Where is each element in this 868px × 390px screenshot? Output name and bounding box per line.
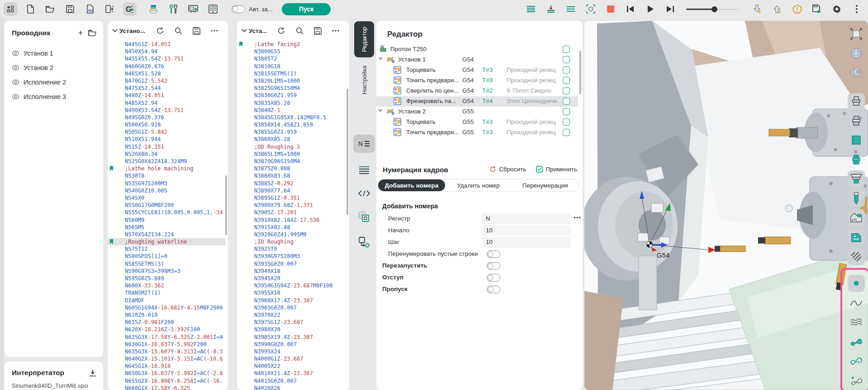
gcode-line[interactable]: N515Z-14.351: [108, 143, 225, 150]
gcode-line[interactable]: N580SPOS[1]=0: [108, 253, 225, 260]
gcode-line[interactable]: N485X52.94: [108, 99, 225, 107]
gcode-line[interactable]: N3945X20: [237, 275, 346, 282]
gcode-line[interactable]: N3820LIMS=1000: [237, 77, 346, 85]
gcode-line[interactable]: N3855G0Z1.959: [237, 128, 346, 136]
explorer-item[interactable]: Установ 1: [5, 46, 103, 61]
gcode-line[interactable]: N3950G1G94Z-23.687M8F100: [237, 282, 346, 289]
gcode-line[interactable]: N445G1Z-14.051: [108, 41, 225, 48]
step-forward-button[interactable]: [664, 2, 677, 16]
gcode-line[interactable]: ;Lathe hole machining: [108, 165, 225, 172]
gcode-line[interactable]: N3870G96S150M4: [237, 158, 346, 165]
gcode-line[interactable]: N565M5: [108, 224, 225, 231]
toggle-switch[interactable]: [487, 262, 500, 270]
tool-icon[interactable]: [848, 190, 865, 207]
surface-flag-icon[interactable]: [848, 352, 865, 370]
gcode-line[interactable]: N520X80.34: [108, 150, 225, 158]
numbering-tab[interactable]: Удалить номер: [445, 179, 512, 191]
gcode-line[interactable]: N3960X17.4Z-23.387: [237, 297, 346, 304]
row-checkbox[interactable]: [563, 46, 570, 53]
row-checkbox[interactable]: [563, 129, 570, 136]
row-checkbox[interactable]: [563, 66, 570, 74]
field-input[interactable]: N: [481, 213, 571, 224]
nc-lines-icon[interactable]: [353, 161, 375, 179]
gcode-line[interactable]: N3875Z0.008: [237, 165, 346, 172]
open-folder-icon[interactable]: [88, 29, 97, 37]
gcode-line[interactable]: N550G17G0M8F200: [108, 202, 225, 209]
gcode-line[interactable]: N4010X21.4Z-23.387: [237, 370, 346, 377]
gcode-line[interactable]: N560M9: [108, 216, 225, 224]
tree-row-operation[interactable]: GФрезеровать па...G54T#42mm Цилиндриче..…: [376, 96, 578, 107]
row-checkbox[interactable]: [563, 87, 570, 94]
gcode-line[interactable]: N3980X20: [237, 326, 346, 333]
gcode-line[interactable]: N3985X19.4Z-23.387: [237, 334, 346, 341]
gcode-line[interactable]: N595G0Z5.849: [108, 275, 225, 282]
tab-settings[interactable]: Настройка: [354, 61, 374, 99]
gcode-line[interactable]: N545X0: [108, 194, 225, 202]
gcode-line[interactable]: N525G0X42Z418.324M9: [108, 158, 225, 165]
gcode-line[interactable]: N3975G1Z-23.687: [237, 319, 346, 326]
chevron-down-icon[interactable]: [242, 29, 247, 33]
eye-icon[interactable]: [12, 94, 19, 100]
gcode-line[interactable]: N500X50.928: [108, 121, 225, 128]
save-icon[interactable]: [63, 2, 77, 16]
gcode-line[interactable]: N4000G1Z-23.687: [237, 355, 346, 362]
toolpath-curve-icon[interactable]: [848, 294, 865, 311]
toggle-switch[interactable]: [487, 250, 500, 258]
code-view-icon[interactable]: [353, 184, 375, 202]
more-menu-icon[interactable]: [327, 30, 345, 32]
gcode-line[interactable]: N3835X85.28: [237, 99, 346, 107]
row-checkbox[interactable]: [563, 118, 570, 126]
gcode-line[interactable]: N3850X14.458Z1.659: [237, 121, 346, 128]
gcode-line[interactable]: N3930G97S200M3: [237, 253, 346, 260]
stop-button[interactable]: [604, 2, 617, 16]
more-options-button[interactable]: •••: [574, 214, 581, 221]
gcode-line[interactable]: N450X54.94: [108, 48, 225, 55]
field-input[interactable]: 10: [481, 225, 571, 236]
gcode-line[interactable]: N610Z0.019: [108, 311, 225, 319]
gcode-line[interactable]: N3815SETMS(1): [237, 70, 346, 77]
gcode-line[interactable]: N3915X82.48: [237, 224, 346, 231]
gcode-line[interactable]: N640G2X-15.101Y-5.15I=AC(-10.6: [108, 355, 225, 362]
gcode-line[interactable]: N3940X18: [237, 268, 346, 275]
toolpath-hatch-icon[interactable]: [848, 248, 865, 265]
gcode-line[interactable]: N3805T2: [237, 55, 346, 62]
gcode-line[interactable]: N460G0Z0.676: [108, 63, 225, 70]
gcode-line[interactable]: TRANSMIT(1): [108, 289, 225, 296]
stock-cylinder-icon[interactable]: [848, 132, 865, 149]
gcode-line[interactable]: N3840Z-1: [237, 107, 346, 114]
gcode-line[interactable]: N3895G1Z-0.351: [237, 194, 346, 202]
download-alert-icon[interactable]: !: [750, 2, 764, 16]
gcode-line[interactable]: ;OD Roughing 3: [237, 143, 346, 150]
eye-icon[interactable]: [12, 65, 19, 71]
numbering-tab[interactable]: Перенумерация: [512, 179, 579, 191]
save-and-run-icon[interactable]: [810, 2, 824, 16]
tab-editor[interactable]: Редактор: [354, 21, 374, 57]
gcode-line[interactable]: N570X54Z134.224: [108, 231, 225, 238]
fixture-icon[interactable]: [848, 170, 865, 188]
more-menu-icon[interactable]: [850, 2, 863, 16]
eye-icon[interactable]: [12, 50, 19, 56]
bookmark-icon[interactable]: [239, 42, 243, 47]
download-icon[interactable]: [89, 369, 97, 377]
apps-grid-icon[interactable]: [4, 2, 17, 16]
numbering-tab[interactable]: Добавить номера: [378, 179, 445, 191]
tree-row-operation[interactable]: GТочить предвари...G55T#3Проходной резец: [376, 127, 578, 138]
slider-knob[interactable]: [711, 6, 717, 12]
gcode-line[interactable]: N470G1Z-5.542: [108, 77, 225, 85]
sphere-icon[interactable]: [848, 45, 865, 62]
gcode-line[interactable]: N3900X79.68Z-1.371: [237, 202, 346, 209]
add-button[interactable]: +: [73, 28, 88, 38]
gcode-line[interactable]: N3955X18: [237, 289, 346, 296]
gcode-line[interactable]: N625G3X-17.58Y-6.325Z-2.001I=A: [108, 334, 225, 341]
gcode-line[interactable]: N620X-18.216Z-1.392F100: [108, 326, 225, 333]
warnings-icon[interactable]: [790, 2, 804, 16]
machine-housing-icon[interactable]: [848, 209, 865, 226]
machine-viewport[interactable]: G54: [584, 21, 868, 390]
gcode-line[interactable]: N3990G0Z0.007: [237, 341, 346, 348]
gcode-line[interactable]: N3965G0Z0.007: [237, 304, 346, 311]
gcode-line[interactable]: N3845G1G95X9.142M8F0.5: [237, 114, 346, 121]
row-checkbox[interactable]: [563, 77, 570, 84]
toggle-switch[interactable]: [487, 274, 500, 282]
chevron-down-icon[interactable]: [378, 109, 383, 112]
toolpath-points-icon[interactable]: [848, 275, 865, 292]
